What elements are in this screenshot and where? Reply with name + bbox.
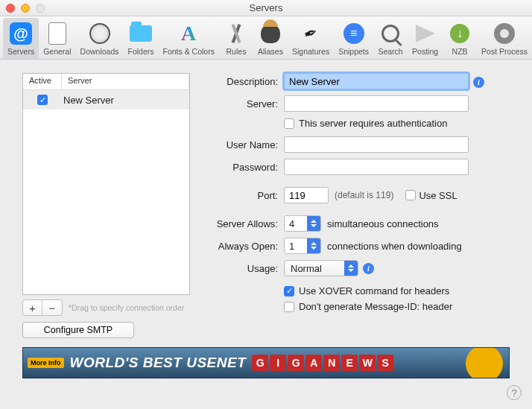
always-open-label: Always Open:	[203, 241, 284, 252]
drag-hint: *Drag to specify connection order	[69, 303, 184, 312]
username-label: User Name:	[203, 139, 284, 150]
window-title: Servers	[0, 2, 532, 13]
tab-snippets[interactable]: ≡Snippets	[334, 18, 373, 59]
tab-posting[interactable]: Posting	[408, 18, 443, 59]
tab-servers[interactable]: @Servers	[3, 18, 39, 59]
auth-checkbox[interactable]	[284, 118, 294, 129]
xover-label: Use XOVER command for headers	[299, 285, 449, 297]
ad-banner[interactable]: More Info WORLD'S BEST USENET GIGANEWS	[22, 347, 510, 378]
usage-label: Usage:	[203, 263, 284, 274]
tab-downloads[interactable]: Downloads	[76, 18, 124, 59]
tab-signatures[interactable]: ✒Signatures	[288, 18, 334, 59]
tab-search[interactable]: Search	[373, 18, 408, 59]
info-icon[interactable]: i	[363, 263, 374, 274]
tab-aliases[interactable]: Aliases	[253, 18, 288, 59]
usage-select[interactable]: Normal	[284, 260, 358, 276]
use-ssl-checkbox[interactable]	[405, 190, 416, 200]
description-input[interactable]	[284, 73, 469, 89]
titlebar: Servers	[0, 0, 532, 16]
server-input[interactable]	[284, 95, 469, 112]
always-open-stepper[interactable]: 1	[284, 238, 321, 254]
stepper-arrows-icon[interactable]	[307, 238, 320, 253]
stepper-arrows-icon[interactable]	[307, 216, 320, 231]
password-label: Password:	[203, 162, 284, 173]
server-list[interactable]: Active Server ✓ New Server	[22, 73, 190, 295]
msgid-checkbox[interactable]	[284, 302, 294, 312]
always-open-suffix: connections when downloading	[327, 241, 462, 252]
use-ssl-label: Use SSL	[419, 190, 457, 201]
tab-nzb[interactable]: ↓NZB	[443, 18, 477, 59]
allows-stepper[interactable]: 4	[284, 215, 321, 232]
configure-smtp-button[interactable]: Configure SMTP	[22, 322, 134, 338]
select-arrows-icon[interactable]	[344, 261, 358, 276]
username-input[interactable]	[284, 136, 469, 153]
auth-label: This server requires authentication	[299, 118, 447, 129]
banner-brand: GIGANEWS	[252, 355, 395, 371]
more-info-badge: More Info	[28, 358, 64, 368]
tab-general[interactable]: General	[39, 18, 75, 59]
tab-rules[interactable]: Rules	[219, 18, 253, 59]
xover-checkbox[interactable]: ✓	[284, 286, 294, 297]
banner-text: WORLD'S BEST USENET	[70, 355, 247, 371]
special-badge-icon	[461, 347, 507, 378]
column-active[interactable]: Active	[23, 74, 62, 89]
help-button[interactable]: ?	[507, 385, 522, 400]
info-icon[interactable]: i	[473, 77, 484, 88]
remove-server-button[interactable]: −	[42, 300, 62, 315]
allows-suffix: simultaneous connections	[327, 218, 439, 229]
preferences-toolbar: @Servers General Downloads Folders AFont…	[0, 16, 532, 60]
server-label: Server:	[203, 98, 284, 110]
add-server-button[interactable]: +	[23, 300, 42, 315]
server-name: New Server	[62, 95, 189, 106]
port-default-hint: (default is 119)	[335, 190, 393, 200]
port-label: Port:	[203, 190, 284, 201]
msgid-label: Don't generate Message-ID: header	[299, 301, 452, 312]
port-input[interactable]	[284, 187, 329, 203]
password-input[interactable]	[284, 159, 469, 175]
active-checkbox[interactable]: ✓	[37, 95, 48, 105]
description-label: Description:	[203, 76, 284, 87]
server-row[interactable]: ✓ New Server	[23, 90, 189, 110]
tab-fonts-colors[interactable]: AFonts & Colors	[159, 18, 219, 59]
column-server[interactable]: Server	[62, 74, 189, 89]
tab-post-process[interactable]: Post Process	[477, 18, 532, 59]
server-allows-label: Server Allows:	[203, 218, 284, 229]
tab-folders[interactable]: Folders	[124, 18, 159, 59]
